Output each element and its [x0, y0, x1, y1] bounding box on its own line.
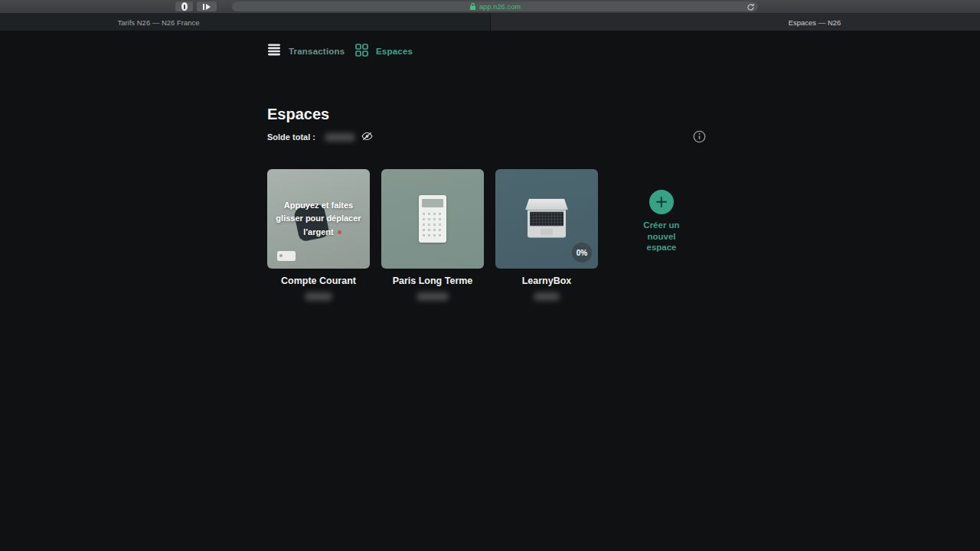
space-name-compte-courant: Compte Courant [267, 276, 370, 286]
bank-card-illustration [277, 251, 296, 261]
balance-label: Solde total : [267, 132, 315, 142]
create-space-label: Créer un nouvel espace [639, 220, 684, 253]
address-bar[interactable]: app.n26.com [232, 2, 758, 11]
spaces-grid-icon [355, 44, 368, 60]
tab-espaces-n26[interactable]: Espaces — N26 [490, 13, 980, 31]
tab-tarifs-n26[interactable]: Tarifs N26 — N26 France [0, 13, 490, 31]
hidden-amount-learnybox [534, 292, 560, 301]
nav-item-espaces[interactable]: Espaces [355, 44, 413, 58]
play-icon [203, 4, 211, 10]
nav-label-espaces: Espaces [376, 47, 413, 56]
nav-label-transactions: Transactions [289, 47, 345, 56]
space-name-learnybox: LearnyBox [495, 276, 598, 286]
laptop-keyboard [530, 211, 564, 226]
calculator-keys [423, 213, 425, 215]
space-card-paris-long-terme[interactable] [381, 169, 484, 269]
space-card-compte-courant[interactable]: Appuyez et faites glisser pour déplacer … [267, 169, 370, 269]
reload-button[interactable] [746, 2, 755, 11]
space-name-paris-long-terme: Paris Long Terme [381, 276, 484, 286]
calculator-display [422, 199, 443, 207]
nav-item-transactions[interactable]: Transactions [267, 44, 345, 58]
browser-window: app.n26.com Tarifs N26 — N26 France Espa… [0, 0, 980, 551]
laptop-trackpad [541, 228, 553, 235]
info-button[interactable] [693, 130, 706, 143]
laptop-illustration [524, 198, 570, 237]
transactions-icon [267, 44, 281, 59]
shield-icon [181, 2, 188, 11]
hidden-amount-compte-courant [305, 292, 332, 301]
url-text: app.n26.com [479, 3, 521, 11]
toggle-balance-visibility-button[interactable] [361, 132, 373, 142]
calculator-illustration [419, 195, 446, 243]
laptop-lid [525, 198, 568, 210]
hidden-amount-paris-long-terme [416, 292, 449, 301]
extension-shield-button[interactable] [175, 2, 193, 11]
tab-title: Tarifs N26 — N26 France [117, 18, 199, 26]
extension-play-button[interactable] [197, 2, 217, 11]
tab-title: Espaces — N26 [789, 18, 841, 26]
space-card-learnybox[interactable]: 0% [495, 169, 598, 269]
hidden-balance-value [325, 133, 355, 142]
total-balance-row: Solde total : [267, 131, 373, 143]
browser-toolbar: app.n26.com [0, 0, 980, 13]
laptop-deck [528, 210, 566, 237]
create-space-button[interactable]: Créer un nouvel espace [639, 190, 684, 253]
goal-progress-badge: 0% [572, 243, 592, 262]
page-title: Espaces [267, 106, 329, 123]
plus-icon [649, 190, 674, 214]
lock-icon [469, 0, 476, 14]
tab-bar: Tarifs N26 — N26 France Espaces — N26 [0, 13, 980, 31]
